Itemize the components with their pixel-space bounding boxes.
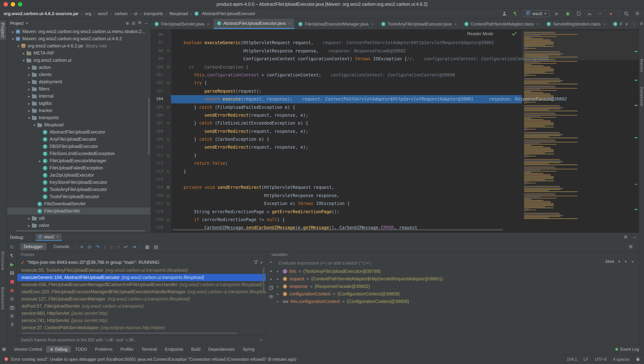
- tree-chevron-icon[interactable]: ▸: [26, 216, 32, 220]
- gutter-icon[interactable]: [165, 63, 171, 71]
- tree-chevron-icon[interactable]: ▾: [16, 44, 21, 48]
- layout-settings-icon[interactable]: ▤: [154, 244, 158, 249]
- force-step-into-icon[interactable]: ↓: [111, 244, 113, 249]
- line-number[interactable]: 114: [151, 176, 165, 184]
- frames-horizontal-scrollbar[interactable]: [22, 332, 237, 334]
- tree-chevron-icon[interactable]: ▸: [26, 224, 32, 228]
- line-number[interactable]: 104: [151, 95, 165, 103]
- event-log-button[interactable]: Event Log: [615, 347, 642, 351]
- stack-frame-row[interactable]: service:741, HttpServlet(javax.servlet.h…: [17, 317, 266, 324]
- fold-marker-icon[interactable]: [167, 122, 169, 124]
- tool-window-button-debug[interactable]: ▣Debug: [46, 346, 71, 352]
- pause-icon[interactable]: [11, 270, 14, 276]
- gutter-icon[interactable]: [165, 192, 171, 200]
- tree-chevron-icon[interactable]: ▸: [26, 94, 32, 98]
- breadcrumb-item[interactable]: fileupload: [169, 11, 188, 16]
- tree-chevron-icon[interactable]: ▸: [26, 73, 32, 77]
- gutter-icon[interactable]: [165, 168, 171, 176]
- tree-item[interactable]: ▸valve: [7, 222, 151, 229]
- tab-options-icon[interactable]: ⋮: [632, 21, 636, 26]
- variable-row[interactable]: ▸presponse={ResponseFacade@39802}: [277, 282, 639, 290]
- chevron-down-icon[interactable]: ∨: [631, 259, 634, 263]
- line-number[interactable]: 118: [151, 208, 165, 216]
- tree-item[interactable]: CFileUploadFailedException: [7, 164, 151, 172]
- line-number[interactable]: 107: [151, 119, 165, 128]
- caret-position[interactable]: 104:1: [567, 357, 577, 361]
- tool-window-button-terminal[interactable]: Terminal: [138, 346, 161, 352]
- settings-gear-icon[interactable]: [634, 10, 640, 17]
- tree-chevron-icon[interactable]: ▸: [21, 51, 27, 55]
- tree-chevron-icon[interactable]: ▸: [26, 102, 32, 105]
- tool-window-button-dependencies[interactable]: Dependencies: [205, 346, 238, 352]
- gutter-icon[interactable]: [165, 216, 171, 224]
- fold-marker-icon[interactable]: [167, 106, 169, 108]
- tree-item[interactable]: CFileUploadServlet: [7, 208, 151, 215]
- line-number[interactable]: 97: [151, 39, 165, 47]
- error-stripe-mark[interactable]: [635, 184, 637, 185]
- tree-item[interactable]: ▸clients: [7, 71, 151, 78]
- project-tree-horizontal-scrollbar[interactable]: [16, 230, 145, 232]
- drop-frame-icon[interactable]: ↩: [124, 244, 128, 249]
- chevron-down-icon[interactable]: ▾: [26, 21, 28, 25]
- tree-chevron-icon[interactable]: ▸: [26, 87, 32, 91]
- line-number[interactable]: 101: [151, 71, 165, 79]
- project-panel-title[interactable]: Project: [10, 21, 24, 26]
- error-stripe-mark[interactable]: [635, 137, 637, 138]
- tool-window-button-problems[interactable]: Problems: [92, 346, 116, 352]
- tool-window-button-todo[interactable]: TODO: [72, 346, 91, 352]
- code-editor[interactable]: 9697 boolean executeGeneric(HttpServletR…: [151, 30, 639, 232]
- tree-item[interactable]: CKeyStoreFileUploadExecutor: [7, 179, 151, 186]
- editor-tab[interactable]: CServletRegistration.class×: [543, 19, 610, 29]
- line-number[interactable]: 110: [151, 144, 165, 152]
- tree-item[interactable]: CToolsAnyFileUploadExecutor: [7, 186, 151, 193]
- debug-settings-gear-icon[interactable]: [10, 314, 14, 319]
- tool-stripe-bookmarks[interactable]: Bookmarks: [1, 287, 5, 310]
- tree-chevron-icon[interactable]: ▸: [277, 284, 281, 288]
- tree-chevron-icon[interactable]: ▸: [26, 108, 32, 112]
- line-number[interactable]: 115: [151, 184, 165, 192]
- evaluate-expression-icon[interactable]: ▦: [145, 244, 150, 249]
- editor-tab[interactable]: CToolsAnyFileUploadExecutor.java×: [378, 19, 461, 29]
- tree-item[interactable]: CDBSFileUploadExecutor: [7, 143, 151, 150]
- tree-chevron-icon[interactable]: ▾: [21, 58, 27, 62]
- tree-item[interactable]: CJarZipUploadExecutor: [7, 172, 151, 179]
- tree-chevron-icon[interactable]: ▸: [277, 270, 281, 273]
- stack-frame-row[interactable]: execute:55, ToolsAnyFileUploadExecutor(o…: [17, 267, 266, 274]
- debug-settings-gear-icon[interactable]: [624, 234, 628, 240]
- tree-item[interactable]: ▸tracker: [7, 107, 151, 114]
- breadcrumb-item[interactable]: carbon: [114, 11, 127, 16]
- run-button[interactable]: ▶: [554, 10, 560, 17]
- frames-vertical-scrollbar[interactable]: [263, 268, 264, 292]
- filter-funnel-icon[interactable]: [254, 260, 258, 265]
- rerun-debug-icon[interactable]: ↻: [10, 244, 14, 250]
- breadcrumb-item[interactable]: transports: [144, 11, 163, 16]
- hide-panel-icon[interactable]: ─: [145, 21, 148, 26]
- fold-marker-icon[interactable]: [167, 202, 169, 205]
- run-to-cursor-icon[interactable]: ⇥: [132, 244, 136, 249]
- line-number[interactable]: 109: [151, 135, 165, 144]
- line-number[interactable]: 98: [151, 47, 165, 55]
- tool-stripe-project[interactable]: Project: [0, 21, 6, 40]
- gutter-icon[interactable]: @: [165, 184, 171, 192]
- gutter-icon[interactable]: [165, 200, 171, 208]
- code-line[interactable]: 104 return execute(request, response);re…: [151, 95, 639, 103]
- run-config-select[interactable]: wso2 ▾: [523, 10, 549, 17]
- gutter-icon[interactable]: [165, 135, 171, 144]
- edit-run-config-icon[interactable]: [10, 253, 14, 258]
- tool-window-button-spring[interactable]: Spring: [239, 346, 258, 352]
- profiler-button[interactable]: [586, 10, 593, 17]
- hide-panel-icon[interactable]: ─: [633, 235, 636, 240]
- close-icon[interactable]: ×: [454, 22, 457, 26]
- stack-frame-row[interactable]: executeGeneric:104, AbstractFileUploadEx…: [17, 274, 266, 281]
- debug-button[interactable]: [565, 10, 571, 17]
- close-icon[interactable]: ×: [56, 234, 59, 240]
- tree-item[interactable]: ▸internal: [7, 92, 151, 100]
- tree-item[interactable]: ▾org.wso2.carbon.ui-4.6.2.jarlibrary roo…: [7, 42, 151, 50]
- tree-chevron-icon[interactable]: ▾: [32, 123, 37, 127]
- layout-icon[interactable]: ⊞: [629, 244, 636, 249]
- panel-settings-gear-icon[interactable]: [138, 20, 142, 26]
- breadcrumb-item[interactable]: org: [85, 11, 91, 16]
- stack-frame-row[interactable]: service:37, ContextPathServletAdaptor(or…: [17, 324, 266, 331]
- close-window-button[interactable]: [4, 2, 8, 6]
- mute-breakpoints-icon[interactable]: ⊘: [10, 296, 14, 302]
